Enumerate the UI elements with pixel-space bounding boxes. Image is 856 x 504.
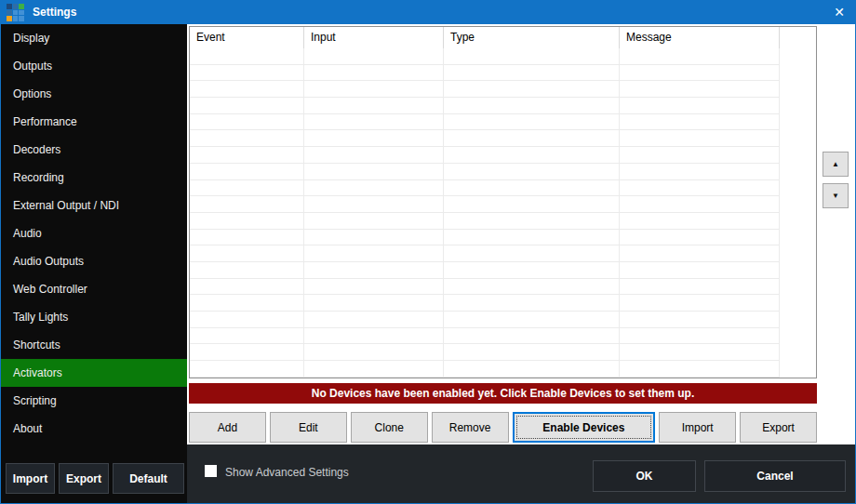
table-cell [304, 48, 444, 65]
sidebar-default-button[interactable]: Default [113, 463, 184, 494]
table-cell [190, 114, 304, 131]
sidebar-item-recording[interactable]: Recording [1, 164, 187, 192]
table-row[interactable] [190, 65, 816, 82]
show-advanced-checkbox[interactable] [205, 465, 217, 477]
remove-button[interactable]: Remove [432, 412, 509, 443]
table-row[interactable] [190, 279, 816, 296]
enable-devices-button[interactable]: Enable Devices [513, 412, 656, 443]
sidebar-item-options[interactable]: Options [1, 80, 187, 108]
table-cell [620, 328, 780, 345]
logo-square [7, 16, 12, 21]
table-row[interactable] [190, 213, 816, 230]
sidebar-item-display[interactable]: Display [1, 24, 187, 52]
table-row[interactable] [190, 245, 816, 262]
table-cell [190, 81, 304, 98]
table-cell [190, 361, 304, 378]
table-cell [190, 213, 304, 230]
table-cell [444, 361, 620, 378]
sidebar-item-outputs[interactable]: Outputs [1, 52, 187, 80]
table-row[interactable] [190, 312, 816, 328]
table-cell-filler [780, 65, 816, 82]
move-up-button[interactable]: ▲ [823, 152, 849, 177]
table-cell [304, 114, 444, 131]
table-row[interactable] [190, 328, 816, 345]
sidebar-item-scripting[interactable]: Scripting [1, 387, 187, 415]
table-cell [304, 81, 444, 98]
table-cell [620, 262, 780, 279]
sidebar-import-button[interactable]: Import [6, 463, 55, 494]
sidebar-item-external-output-ndi[interactable]: External Output / NDI [1, 192, 187, 219]
export-button[interactable]: Export [740, 412, 817, 443]
table-row[interactable] [190, 295, 816, 312]
column-header-message[interactable]: Message [620, 27, 780, 48]
table-cell [444, 312, 620, 328]
titlebar: Settings ✕ [1, 1, 855, 24]
column-header-input[interactable]: Input [304, 27, 444, 48]
edit-button[interactable]: Edit [270, 412, 347, 443]
table-cell-filler [780, 196, 816, 213]
table-cell [444, 48, 620, 65]
logo-square [19, 10, 24, 16]
add-button[interactable]: Add [189, 412, 266, 443]
table-cell [304, 213, 444, 230]
sidebar-item-audio-outputs[interactable]: Audio Outputs [1, 247, 187, 275]
table-row[interactable] [190, 48, 816, 65]
footer-bar: Show Advanced Settings OK Cancel [187, 444, 855, 503]
table-cell [304, 279, 444, 296]
table-cell [620, 279, 780, 296]
sidebar-item-audio[interactable]: Audio [1, 219, 187, 247]
table-cell [620, 98, 780, 114]
table-cell [304, 180, 444, 197]
table-row[interactable] [190, 98, 816, 114]
table-row[interactable] [190, 361, 816, 378]
clone-button[interactable]: Clone [351, 412, 428, 443]
logo-square [19, 16, 24, 21]
table-cell [620, 164, 780, 180]
table-cell [620, 65, 780, 82]
import-button[interactable]: Import [659, 412, 736, 443]
sidebar-item-web-controller[interactable]: Web Controller [1, 275, 187, 303]
table-row[interactable] [190, 130, 816, 147]
table-cell [190, 164, 304, 180]
table-row[interactable] [190, 81, 816, 98]
activators-table[interactable]: EventInputTypeMessage [189, 26, 817, 378]
table-row[interactable] [190, 147, 816, 164]
table-rows [190, 48, 816, 378]
table-cell-filler [780, 48, 816, 65]
column-header-event[interactable]: Event [190, 27, 304, 48]
sidebar-export-button[interactable]: Export [59, 463, 109, 494]
table-row[interactable] [190, 114, 816, 131]
table-cell-filler [780, 98, 816, 114]
table-row[interactable] [190, 344, 816, 361]
table-cell [304, 230, 444, 246]
sidebar-item-shortcuts[interactable]: Shortcuts [1, 331, 187, 359]
move-down-button[interactable]: ▼ [823, 183, 849, 208]
table-row[interactable] [190, 196, 816, 213]
table-cell [444, 147, 620, 164]
ok-button[interactable]: OK [593, 460, 696, 492]
table-cell [190, 65, 304, 82]
column-header-filler [780, 27, 816, 48]
settings-window: Settings ✕ DisplayOutputsOptionsPerforma… [0, 0, 856, 504]
table-row[interactable] [190, 230, 816, 246]
table-cell [620, 295, 780, 312]
column-header-type[interactable]: Type [444, 27, 620, 48]
table-row[interactable] [190, 180, 816, 197]
sidebar-item-tally-lights[interactable]: Tally Lights [1, 303, 187, 331]
table-cell-filler [780, 361, 816, 378]
table-cell [620, 114, 780, 131]
table-row[interactable] [190, 262, 816, 279]
table-header: EventInputTypeMessage [190, 27, 816, 48]
sidebar-item-activators[interactable]: Activators [1, 359, 187, 387]
table-cell [620, 245, 780, 262]
sidebar-item-decoders[interactable]: Decoders [1, 136, 187, 164]
action-buttons: AddEditCloneRemoveEnable DevicesImportEx… [189, 412, 817, 443]
table-row[interactable] [190, 164, 816, 180]
table-cell [304, 164, 444, 180]
close-icon[interactable]: ✕ [834, 4, 845, 20]
sidebar-item-about[interactable]: About [1, 415, 187, 443]
cancel-button[interactable]: Cancel [704, 460, 846, 492]
no-devices-banner: No Devices have been enabled yet. Click … [189, 383, 817, 404]
sidebar-item-performance[interactable]: Performance [1, 108, 187, 136]
table-cell-filler [780, 230, 816, 246]
